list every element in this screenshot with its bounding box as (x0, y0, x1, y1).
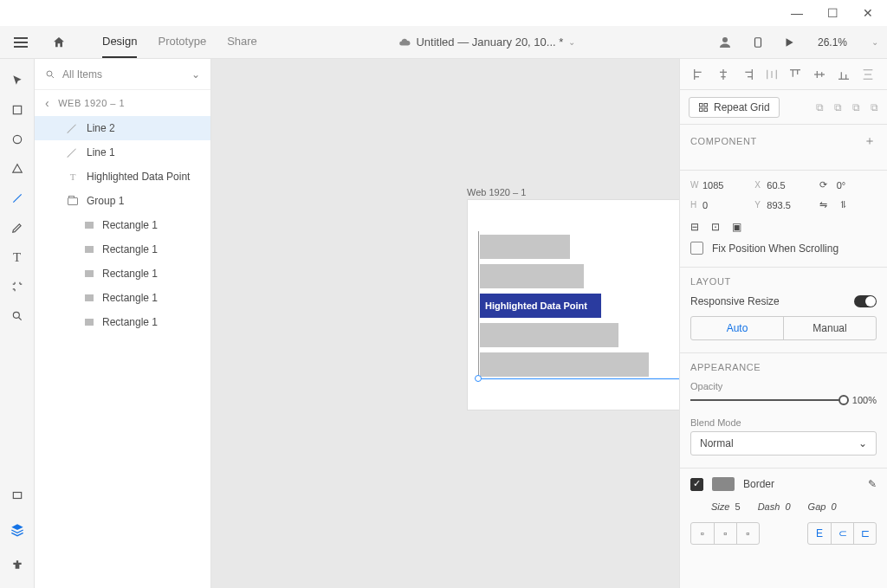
responsive-resize-toggle[interactable] (854, 295, 877, 307)
text-tool[interactable]: T (4, 244, 30, 270)
layer-label: Group 1 (87, 195, 124, 207)
close-button[interactable]: ✕ (863, 6, 873, 20)
cap-round-button[interactable]: ⊂ (831, 523, 853, 544)
layer-item-rect-5[interactable]: Rectangle 1 (35, 310, 210, 334)
artboard-tool[interactable] (4, 274, 30, 300)
zoom-dropdown-icon[interactable]: ⌄ (871, 37, 878, 47)
cap-square-button[interactable]: ⊏ (853, 523, 876, 544)
border-enabled-checkbox[interactable] (690, 478, 703, 491)
x-input[interactable]: 60.5 (767, 180, 785, 191)
rectangle-icon (85, 246, 94, 253)
select-tool[interactable] (4, 68, 30, 94)
layer-item-line2[interactable]: Line 2 (35, 116, 210, 140)
align-right-icon[interactable] (740, 67, 755, 82)
zoom-tool[interactable] (4, 303, 30, 329)
y-input[interactable]: 893.5 (767, 200, 791, 210)
layers-filter[interactable]: All Items ⌄ (35, 59, 210, 90)
flip-v-icon[interactable]: ⥮ (839, 199, 847, 210)
align-bottom-icon[interactable] (836, 67, 851, 82)
minimize-button[interactable]: — (791, 6, 803, 20)
ellipse-tool[interactable] (4, 126, 30, 152)
blend-mode-select[interactable]: Normal ⌄ (690, 431, 877, 456)
border-color-swatch[interactable] (712, 477, 735, 491)
boolean-intersect-icon[interactable]: ⧉ (852, 101, 860, 113)
rotate-icon[interactable]: ⟳ (819, 179, 827, 191)
main-menu-button[interactable] (9, 30, 33, 55)
cap-butt-button[interactable]: E (808, 523, 831, 544)
eyedropper-icon[interactable]: ✎ (868, 478, 877, 490)
selection-handle-left[interactable] (475, 375, 482, 382)
document-title[interactable]: Untitled — January 20, 10... * (416, 36, 563, 48)
chart-bar-2[interactable] (480, 264, 584, 288)
rotation-input[interactable]: 0° (837, 180, 846, 191)
fix-position-checkbox[interactable] (690, 242, 703, 255)
height-input[interactable]: 0 (702, 200, 708, 210)
svg-line-6 (18, 318, 21, 320)
plugins-panel-button[interactable] (4, 552, 30, 578)
layer-label: Rectangle 1 (102, 292, 158, 304)
layers-panel-button[interactable] (4, 517, 30, 543)
mask-icon[interactable]: ▣ (732, 221, 741, 233)
flip-h-icon[interactable]: ⇋ (819, 199, 827, 210)
chart-bar-1[interactable] (480, 235, 570, 259)
responsive-constraint-icon[interactable]: ⊟ (690, 221, 699, 233)
align-top-icon[interactable] (787, 67, 803, 82)
tab-share[interactable]: Share (227, 26, 257, 58)
chart-bar-4[interactable] (480, 323, 618, 347)
pen-tool[interactable] (4, 215, 30, 241)
play-button[interactable] (783, 36, 795, 48)
artboard[interactable]: Highlighted Data Point (467, 199, 679, 410)
align-center-h-icon[interactable] (715, 67, 731, 82)
line-tool[interactable] (4, 185, 30, 211)
repeat-grid-button[interactable]: Repeat Grid (689, 97, 780, 118)
layer-item-rect-1[interactable]: Rectangle 1 (35, 213, 210, 237)
boolean-add-icon[interactable]: ⧉ (816, 101, 824, 113)
opacity-slider[interactable] (690, 399, 844, 401)
assets-panel-button[interactable] (4, 482, 30, 508)
align-center-v-icon[interactable] (812, 67, 827, 82)
layer-item-line1[interactable]: Line 1 (35, 140, 210, 165)
stroke-inner-button[interactable]: ▫ (691, 523, 714, 544)
stroke-outer-button[interactable]: ▫ (736, 523, 759, 544)
boolean-subtract-icon[interactable]: ⧉ (834, 101, 842, 113)
border-size-input[interactable]: 5 (735, 501, 741, 512)
polygon-tool[interactable] (4, 156, 30, 182)
line-icon (68, 147, 78, 158)
title-dropdown-icon[interactable]: ⌄ (568, 37, 575, 47)
distribute-h-icon[interactable] (764, 67, 780, 82)
layer-item-highlighted-text[interactable]: T Highlighted Data Point (35, 165, 210, 189)
opacity-value[interactable]: 100% (852, 395, 877, 405)
border-dash-input[interactable]: 0 (785, 501, 790, 512)
align-left-icon[interactable] (691, 67, 707, 82)
width-input[interactable]: 1085 (702, 180, 723, 191)
layers-artboard-name: WEB 1920 – 1 (58, 98, 125, 108)
scroll-fixed-icon[interactable]: ⊡ (711, 221, 720, 233)
chart-bar-5[interactable] (480, 352, 649, 377)
artboard-label[interactable]: Web 1920 – 1 (467, 187, 526, 197)
hamburger-icon (14, 37, 28, 48)
device-preview-button[interactable] (752, 35, 764, 50)
tab-prototype[interactable]: Prototype (158, 26, 206, 58)
user-icon[interactable] (717, 35, 733, 50)
tab-design[interactable]: Design (102, 26, 137, 58)
layer-item-rect-3[interactable]: Rectangle 1 (35, 262, 210, 286)
layer-item-rect-4[interactable]: Rectangle 1 (35, 286, 210, 310)
line-icon (68, 123, 78, 133)
layers-artboard-row[interactable]: ‹ WEB 1920 – 1 (35, 90, 210, 116)
maximize-button[interactable]: ☐ (827, 6, 838, 20)
resize-manual-button[interactable]: Manual (784, 317, 876, 339)
add-component-button[interactable]: ＋ (864, 133, 877, 149)
distribute-v-icon[interactable] (860, 67, 876, 82)
layer-item-rect-2[interactable]: Rectangle 1 (35, 237, 210, 262)
zoom-level[interactable]: 26.1% (818, 36, 847, 48)
layers-filter-label: All Items (62, 68, 102, 81)
layer-item-group1[interactable]: Group 1 (35, 189, 210, 213)
chart-bar-3-highlighted[interactable]: Highlighted Data Point (480, 294, 601, 318)
stroke-center-button[interactable]: ▫ (714, 523, 736, 544)
border-gap-input[interactable]: 0 (832, 501, 837, 512)
home-button[interactable] (47, 30, 71, 55)
resize-auto-button[interactable]: Auto (691, 317, 784, 339)
boolean-exclude-icon[interactable]: ⧉ (871, 101, 878, 113)
canvas[interactable]: Web 1920 – 1 Highlighted Data Point (211, 59, 679, 588)
rectangle-tool[interactable] (4, 97, 30, 123)
